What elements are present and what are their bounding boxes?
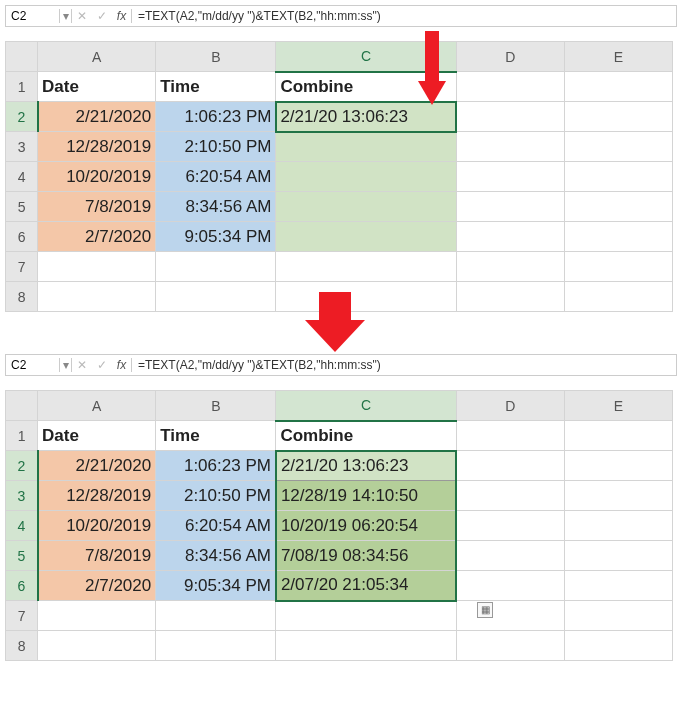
cell-time[interactable]: 8:34:56 AM [156, 192, 276, 222]
row-header-4[interactable]: 4 [6, 511, 38, 541]
cell-time[interactable]: 9:05:34 PM [156, 571, 276, 601]
cell[interactable] [38, 252, 156, 282]
row-header-6[interactable]: 6 [6, 222, 38, 252]
row-header-1[interactable]: 1 [6, 72, 38, 102]
col-header-A[interactable]: A [38, 391, 156, 421]
cell[interactable] [564, 102, 672, 132]
cell[interactable] [456, 102, 564, 132]
cell[interactable] [456, 601, 564, 631]
cell[interactable] [276, 631, 456, 661]
name-box[interactable]: C2 [6, 9, 60, 23]
col-header-B[interactable]: B [156, 42, 276, 72]
cell-combine[interactable]: 10/20/19 06:20:54 [276, 511, 456, 541]
row-header-8[interactable]: 8 [6, 282, 38, 312]
cell-time[interactable]: 1:06:23 PM [156, 451, 276, 481]
cell[interactable] [456, 421, 564, 451]
cell[interactable] [564, 571, 672, 601]
row-header-1[interactable]: 1 [6, 421, 38, 451]
cell-date[interactable]: 2/7/2020 [38, 222, 156, 252]
cell-combine[interactable]: 2/21/20 13:06:23 [276, 451, 456, 481]
cell[interactable] [456, 222, 564, 252]
cell-time[interactable]: 2:10:50 PM [156, 132, 276, 162]
header-date[interactable]: Date [38, 421, 156, 451]
cell[interactable] [156, 282, 276, 312]
cell[interactable] [564, 282, 672, 312]
cancel-icon[interactable]: ✕ [72, 9, 92, 23]
fx-icon[interactable]: fx [112, 9, 132, 23]
row-header-6[interactable]: 6 [6, 571, 38, 601]
cell-date[interactable]: 2/7/2020 [38, 571, 156, 601]
cell[interactable] [456, 252, 564, 282]
cell-time[interactable]: 1:06:23 PM [156, 102, 276, 132]
cell[interactable] [276, 601, 456, 631]
cell[interactable] [456, 481, 564, 511]
spreadsheet-after[interactable]: A B C D E 1 Date Time Combine 2 2/21/202… [5, 390, 673, 661]
cell-time[interactable]: 9:05:34 PM [156, 222, 276, 252]
enter-icon[interactable]: ✓ [92, 9, 112, 23]
enter-icon[interactable]: ✓ [92, 358, 112, 372]
col-header-D[interactable]: D [456, 42, 564, 72]
cell-date[interactable]: 10/20/2019 [38, 511, 156, 541]
row-header-5[interactable]: 5 [6, 541, 38, 571]
cell[interactable] [456, 72, 564, 102]
formula-input[interactable]: =TEXT(A2,"m/dd/yy ")&TEXT(B2,"hh:mm:ss") [132, 358, 676, 372]
select-all-corner[interactable] [6, 391, 38, 421]
cell[interactable] [564, 72, 672, 102]
row-header-7[interactable]: 7 [6, 601, 38, 631]
cell[interactable] [156, 252, 276, 282]
cell[interactable] [38, 631, 156, 661]
cell-combine-selected[interactable]: 2/21/20 13:06:23 [276, 102, 456, 132]
cell-combine[interactable]: 2/07/20 21:05:34 [276, 571, 456, 601]
spreadsheet-before[interactable]: A B C D E 1 Date Time Combine 2 2/21/202… [5, 41, 673, 312]
col-header-A[interactable]: A [38, 42, 156, 72]
cell[interactable] [276, 252, 456, 282]
cell-date[interactable]: 10/20/2019 [38, 162, 156, 192]
cell[interactable] [456, 541, 564, 571]
cell-date[interactable]: 2/21/2020 [38, 102, 156, 132]
row-header-4[interactable]: 4 [6, 162, 38, 192]
row-header-3[interactable]: 3 [6, 481, 38, 511]
cell-combine[interactable] [276, 222, 456, 252]
cell[interactable] [564, 541, 672, 571]
cell[interactable] [456, 162, 564, 192]
cancel-icon[interactable]: ✕ [72, 358, 92, 372]
cell[interactable] [564, 421, 672, 451]
cell[interactable] [456, 631, 564, 661]
cell[interactable] [456, 511, 564, 541]
cell[interactable] [38, 601, 156, 631]
cell-time[interactable]: 8:34:56 AM [156, 541, 276, 571]
cell[interactable] [156, 631, 276, 661]
cell-date[interactable]: 2/21/2020 [38, 451, 156, 481]
cell-date[interactable]: 12/28/2019 [38, 132, 156, 162]
cell[interactable] [456, 132, 564, 162]
name-box-dropdown-icon[interactable]: ▾ [60, 358, 72, 372]
select-all-corner[interactable] [6, 42, 38, 72]
cell[interactable] [564, 192, 672, 222]
cell[interactable] [456, 282, 564, 312]
col-header-B[interactable]: B [156, 391, 276, 421]
cell[interactable] [564, 162, 672, 192]
autofill-options-icon[interactable]: ▦ [477, 602, 493, 618]
cell-time[interactable]: 2:10:50 PM [156, 481, 276, 511]
formula-input[interactable]: =TEXT(A2,"m/dd/yy ")&TEXT(B2,"hh:mm:ss") [132, 9, 676, 23]
header-combine[interactable]: Combine [276, 421, 456, 451]
cell[interactable] [564, 132, 672, 162]
cell-combine[interactable] [276, 162, 456, 192]
name-box[interactable]: C2 [6, 358, 60, 372]
header-date[interactable]: Date [38, 72, 156, 102]
cell-date[interactable]: 7/8/2019 [38, 541, 156, 571]
cell[interactable] [38, 282, 156, 312]
cell[interactable] [564, 252, 672, 282]
cell-combine[interactable] [276, 132, 456, 162]
cell-date[interactable]: 12/28/2019 [38, 481, 156, 511]
fx-icon[interactable]: fx [112, 358, 132, 372]
cell-time[interactable]: 6:20:54 AM [156, 511, 276, 541]
row-header-8[interactable]: 8 [6, 631, 38, 661]
row-header-7[interactable]: 7 [6, 252, 38, 282]
col-header-E[interactable]: E [564, 391, 672, 421]
row-header-3[interactable]: 3 [6, 132, 38, 162]
cell-combine[interactable]: 12/28/19 14:10:50 [276, 481, 456, 511]
cell-combine[interactable] [276, 192, 456, 222]
cell[interactable] [564, 222, 672, 252]
cell[interactable] [456, 571, 564, 601]
